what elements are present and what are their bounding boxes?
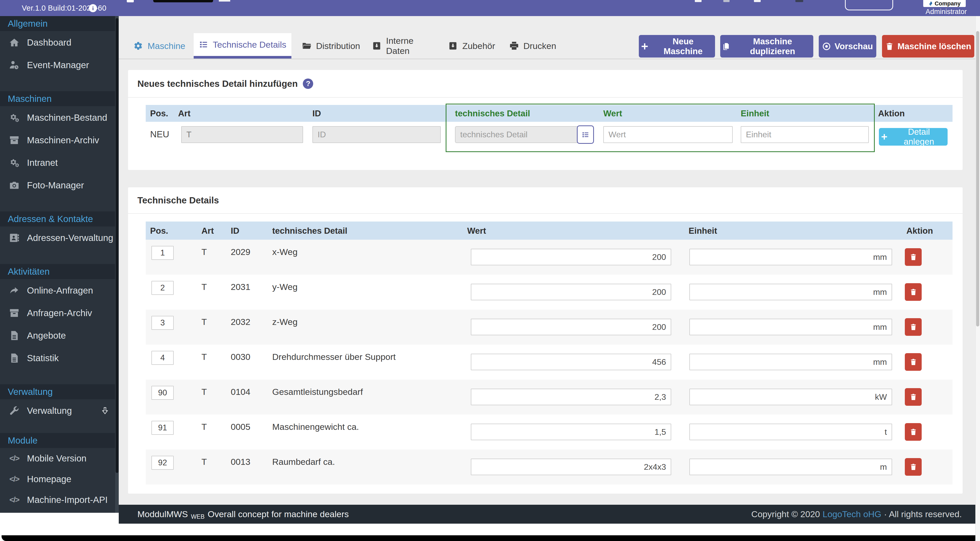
column-header-art: Art	[202, 226, 214, 236]
sidebar-item-intranet[interactable]: Intranet	[0, 151, 119, 174]
art-input[interactable]	[181, 126, 303, 143]
art-cell: T	[202, 317, 207, 327]
sidebar: Allgemein Dashboard Event-Manager Maschi…	[0, 16, 119, 513]
archive-icon	[9, 308, 20, 319]
delete-detail-button[interactable]	[905, 353, 922, 371]
sidebar-item-foto-manager[interactable]: Foto-Manager	[0, 174, 119, 197]
card-divider	[128, 97, 963, 98]
wert-input[interactable]	[603, 126, 733, 143]
tab-zubehoer[interactable]: Zubehör	[444, 33, 500, 59]
delete-detail-button[interactable]	[905, 388, 922, 406]
tab-technische-details[interactable]: Technische Details	[194, 33, 291, 59]
sidebar-item-adressen-verwaltung[interactable]: Adressen-Verwaltung	[0, 227, 119, 249]
pos-input[interactable]	[151, 456, 174, 470]
company-link[interactable]: LogoTech oHG	[822, 509, 881, 519]
gear-icon	[134, 41, 143, 51]
delete-detail-button[interactable]	[905, 458, 922, 476]
sidebar-item-label: Online-Anfragen	[27, 285, 93, 296]
wert-input[interactable]	[471, 249, 671, 265]
pos-input[interactable]	[151, 316, 174, 330]
delete-detail-button[interactable]	[905, 423, 922, 441]
sidebar-item-event-manager[interactable]: Event-Manager	[0, 54, 119, 76]
table-row: T 2032 z-Weg	[146, 309, 953, 344]
einheit-input[interactable]	[689, 424, 892, 440]
share-arrow-icon	[9, 285, 20, 296]
sidebar-item-label: Homepage	[27, 474, 71, 484]
footer-app-info: ModdulMWS WEB Overall concept for machin…	[137, 509, 349, 519]
sidebar-item-statistik[interactable]: Statistik	[0, 347, 119, 369]
chevron-down-icon[interactable]	[754, 0, 760, 2]
sidebar-item-maschinen-archiv[interactable]: Maschinen-Archiv	[0, 129, 119, 151]
einheit-input[interactable]	[741, 126, 869, 143]
card-divider	[128, 213, 963, 214]
wert-input[interactable]	[471, 319, 671, 335]
einheit-input[interactable]	[689, 284, 892, 300]
wert-input[interactable]	[471, 389, 671, 405]
sidebar-item-homepage[interactable]: </> Homepage	[0, 469, 119, 489]
user-role-label: Administrator	[926, 8, 967, 16]
einheit-input[interactable]	[689, 354, 892, 370]
preview-button[interactable]: Vorschau	[819, 35, 876, 57]
footer: ModdulMWS WEB Overall concept for machin…	[119, 505, 975, 524]
pos-input[interactable]	[151, 246, 174, 260]
footer-copyright: Copyright © 2020 LogoTech oHG · All righ…	[751, 509, 962, 519]
tab-label: Zubehör	[462, 41, 495, 51]
wert-input[interactable]	[471, 424, 671, 440]
einheit-input[interactable]	[689, 249, 892, 265]
sidebar-section-title: Module	[0, 433, 119, 448]
pos-input[interactable]	[151, 421, 174, 435]
tabs-divider	[119, 59, 975, 59]
tab-drucken[interactable]: Drucken	[509, 33, 556, 59]
wert-input[interactable]	[471, 354, 671, 370]
id-input[interactable]	[312, 126, 441, 143]
sidebar-scrollbar-thumb[interactable]	[116, 18, 118, 473]
chevron-down-icon[interactable]	[695, 0, 702, 2]
sidebar-item-mobile-version[interactable]: </> Mobile Version	[0, 448, 119, 469]
info-icon[interactable]: i	[89, 4, 97, 12]
trash-icon	[910, 393, 917, 401]
column-header-detail: technisches Detail	[455, 109, 530, 118]
delete-detail-button[interactable]	[905, 283, 922, 301]
sidebar-item-label: Machine-Import-API	[27, 495, 108, 505]
detail-picker-button[interactable]	[577, 125, 594, 144]
pos-input[interactable]	[151, 351, 174, 365]
column-header-pos: Pos.	[150, 226, 168, 236]
einheit-input[interactable]	[689, 389, 892, 405]
delete-machine-button[interactable]: Maschine löschen	[882, 35, 974, 57]
wert-input[interactable]	[471, 284, 671, 300]
sidebar-item-machine-import-api[interactable]: </> Machine-Import-API	[0, 489, 119, 510]
pos-input[interactable]	[151, 386, 174, 400]
einheit-input[interactable]	[689, 319, 892, 335]
detail-input[interactable]	[455, 126, 578, 143]
sidebar-item-online-anfragen[interactable]: Online-Anfragen	[0, 279, 119, 301]
sidebar-item-label: Foto-Manager	[27, 180, 84, 190]
delete-detail-button[interactable]	[905, 248, 922, 266]
sidebar-item-maschinen-bestand[interactable]: Maschinen-Bestand	[0, 106, 119, 129]
button-label: Maschine löschen	[897, 41, 971, 51]
new-machine-button[interactable]: Neue Maschine	[639, 35, 715, 57]
help-icon[interactable]: ?	[303, 78, 313, 89]
id-cell: 0104	[231, 387, 250, 397]
tab-maschine[interactable]: Maschine	[130, 33, 189, 59]
sidebar-item-anfragen-archiv[interactable]: Anfragen-Archiv	[0, 301, 119, 324]
sidebar-item-verwaltung[interactable]: Verwaltung	[0, 399, 119, 422]
wert-input[interactable]	[471, 459, 671, 475]
tab-interne-daten[interactable]: Interne Daten	[372, 33, 439, 59]
sidebar-item-angebote[interactable]: Angebote	[0, 324, 119, 347]
delete-detail-button[interactable]	[905, 318, 922, 336]
tab-distribution[interactable]: Distribution	[300, 33, 362, 59]
page-scrollbar-thumb[interactable]	[976, 31, 979, 327]
duplicate-machine-button[interactable]: Maschine duplizieren	[720, 35, 813, 57]
menu-toggle-icon[interactable]	[127, 0, 134, 2]
button-label: Detail anlegen	[892, 127, 946, 147]
user-icon[interactable]	[795, 0, 803, 2]
sidebar-item-dashboard[interactable]: Dashboard	[0, 31, 119, 54]
notification-icon[interactable]	[723, 0, 730, 2]
create-detail-button[interactable]: Detail anlegen	[879, 128, 948, 146]
pos-input[interactable]	[151, 281, 174, 295]
einheit-input[interactable]	[689, 459, 892, 475]
detail-cell: Maschinengewicht ca.	[272, 422, 359, 432]
art-cell: T	[202, 247, 207, 257]
sidebar-item-label: Verwaltung	[27, 406, 72, 416]
search-input[interactable]	[845, 0, 893, 10]
